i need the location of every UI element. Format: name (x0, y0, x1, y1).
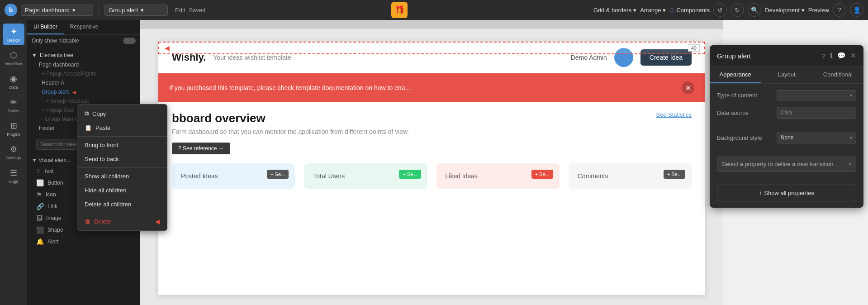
button-elem-icon: ⬜ (36, 179, 44, 186)
data-source-select[interactable]: Click (777, 107, 856, 119)
user-button[interactable]: 👤 (850, 3, 863, 17)
transition-placeholder: Select a property to define a new transi… (722, 161, 833, 167)
gift-button[interactable]: 🎁 (391, 2, 408, 18)
preview-button[interactable]: Preview (808, 7, 829, 14)
tree-item-group-alert[interactable]: Group alert (32, 87, 136, 96)
sidebar-item-settings[interactable]: ⚙ Settings (3, 141, 24, 163)
undo-button[interactable]: ↺ (713, 3, 727, 17)
info-panel-icon[interactable]: ℹ (830, 52, 833, 60)
left-sidebar: ✦ Design ⬡ Workflow ◉ Data ✏ Styles ⊞ Pl… (0, 20, 27, 305)
grid-borders-button[interactable]: Grid & borders ▾ (593, 7, 637, 14)
context-delete[interactable]: 🗑 Delete ◀ (77, 214, 167, 229)
page-selector[interactable]: Page: dashboard ▾ (21, 5, 93, 16)
delete-label: Delete (94, 218, 111, 225)
show-all-properties-button[interactable]: + Show all properties (717, 185, 856, 201)
sidebar-item-plugins[interactable]: ⊞ Plugins (3, 118, 24, 139)
tree-item-header-a[interactable]: Header A (32, 78, 136, 87)
group-selector[interactable]: Group alert ▾ (104, 5, 168, 16)
gift-icon: 🎁 (394, 5, 404, 15)
stat-see-btn-liked[interactable]: + Se... (531, 170, 553, 179)
redo-button[interactable]: ↻ (730, 3, 744, 17)
development-button[interactable]: Development ▾ (765, 7, 805, 14)
data-source-value: Click (781, 110, 792, 116)
context-send-to-back[interactable]: Send to back (77, 152, 167, 166)
help-panel-icon[interactable]: ? (822, 52, 825, 60)
stat-see-btn-comments[interactable]: + Se... (664, 170, 685, 179)
dev-chevron-icon: ▾ (802, 7, 805, 14)
group-selector-chevron-icon: ▾ (141, 7, 144, 14)
paste-icon: 📋 (85, 124, 92, 131)
content-heading: bboard overview (172, 111, 692, 125)
subheading-prefix: Fo (172, 128, 179, 135)
shape-elem-label: Shape (47, 227, 63, 233)
sidebar-item-styles[interactable]: ✏ Styles (3, 94, 24, 116)
topbar: b Page: dashboard ▾ Group alert ▾ Edit S… (0, 0, 868, 20)
panel-tabs: UI Builder Responsive (27, 20, 140, 35)
search-button[interactable]: 🔍 (748, 3, 761, 17)
delete-icon: 🗑 (85, 218, 90, 225)
see-reference-button[interactable]: ? See reference → (172, 143, 230, 154)
statistics-link[interactable]: See Statistics (656, 111, 692, 118)
sidebar-item-logs-label: Logs (9, 179, 18, 184)
content-subheading: Form dashboard so that you can monitor t… (172, 128, 692, 135)
transition-select[interactable]: Select a property to define a new transi… (717, 157, 856, 172)
context-hide-all-children[interactable]: Hide all children (77, 183, 167, 197)
hide-all-children-label: Hide all children (85, 187, 127, 194)
content-subheading-text: rm dashboard so that you can monitor the… (179, 128, 409, 135)
context-delete-all-children[interactable]: Delete all children (77, 197, 167, 211)
group-alert-label: Group alert (42, 89, 69, 95)
tab-responsive[interactable]: Responsive (64, 20, 105, 34)
right-panel-group-alert: Group alert ? ℹ 💬 ✕ Appearance Layout Co… (710, 45, 863, 208)
statistics-link-text: e Statistics (663, 111, 692, 118)
sidebar-item-logs[interactable]: ☰ Logs (3, 165, 24, 186)
visual-elem-label: ▼ Visual elem... (32, 157, 71, 163)
type-of-content-select[interactable]: ▾ (777, 90, 856, 100)
components-button[interactable]: ⬡ Components (669, 7, 710, 14)
context-separator-3 (77, 213, 167, 213)
text-elem-icon: T (36, 167, 40, 175)
saved-label: Saved (189, 7, 205, 14)
tree-item-page-dashboard[interactable]: Page dashboard (32, 60, 136, 69)
type-of-content-row: Type of content ▾ (717, 90, 856, 100)
background-style-chevron-icon: ▾ (850, 135, 852, 140)
sidebar-item-design[interactable]: ✦ Design (3, 24, 24, 45)
link-elem-label: Link (47, 203, 57, 210)
tab-appearance[interactable]: Appearance (710, 67, 761, 83)
panel-divider-3 (717, 178, 856, 178)
context-copy[interactable]: ⧉ Copy (77, 106, 167, 121)
sidebar-item-data[interactable]: ◉ Data (3, 71, 24, 92)
canvas-content-area: ◀ 40 Wishly. Your ideas wishlist templat… (158, 42, 705, 295)
stat-see-btn-posted[interactable]: + Se... (267, 170, 289, 179)
context-bring-to-front[interactable]: Bring to front (77, 138, 167, 152)
design-icon: ✦ (10, 27, 17, 37)
content-header-area: bboard overview Form dashboard so that y… (172, 111, 692, 154)
tab-layout[interactable]: Layout (761, 67, 812, 83)
chat-panel-icon[interactable]: 💬 (837, 52, 846, 60)
close-panel-button[interactable]: ✕ (850, 52, 856, 60)
help-button[interactable]: ? (833, 3, 846, 17)
tree-item-popup-access[interactable]: + Popup AccessRights (32, 69, 136, 78)
context-paste[interactable]: 📋 Paste (77, 121, 167, 135)
red-arrow-indicator: ◀ (165, 44, 170, 52)
elem-item-alert[interactable]: 🔔 Alert (32, 236, 136, 248)
search-icon: 🔍 (751, 6, 759, 14)
statistics-label: Se (656, 111, 663, 118)
arrange-button[interactable]: Arrange ▾ (640, 7, 666, 14)
background-style-select[interactable]: None ▾ (777, 132, 856, 143)
stat-see-btn-users[interactable]: + Se... (399, 170, 421, 179)
alert-close-button[interactable]: ✕ (682, 81, 694, 94)
tab-conditional[interactable]: Conditional (812, 67, 863, 83)
logs-icon: ☰ (10, 168, 17, 178)
context-show-all-children[interactable]: Show all children (77, 169, 167, 183)
sidebar-item-data-label: Data (9, 85, 18, 90)
tab-ui-builder[interactable]: UI Builder (27, 20, 64, 34)
only-show-hideable-toggle[interactable] (123, 38, 136, 44)
context-menu: ⧉ Copy 📋 Paste Bring to front Send to ba… (77, 104, 167, 231)
topbar-center: 🎁 (209, 2, 589, 18)
page-selector-chevron-icon: ▾ (72, 7, 76, 14)
footer-label: Footer (39, 125, 55, 131)
popup-access-label: + Popup AccessRights (42, 71, 96, 77)
sidebar-item-workflow[interactable]: ⬡ Workflow (3, 47, 24, 69)
group-selector-label: Group alert (109, 7, 138, 14)
canvas-top-indicator: ◀ 40 (158, 42, 705, 54)
